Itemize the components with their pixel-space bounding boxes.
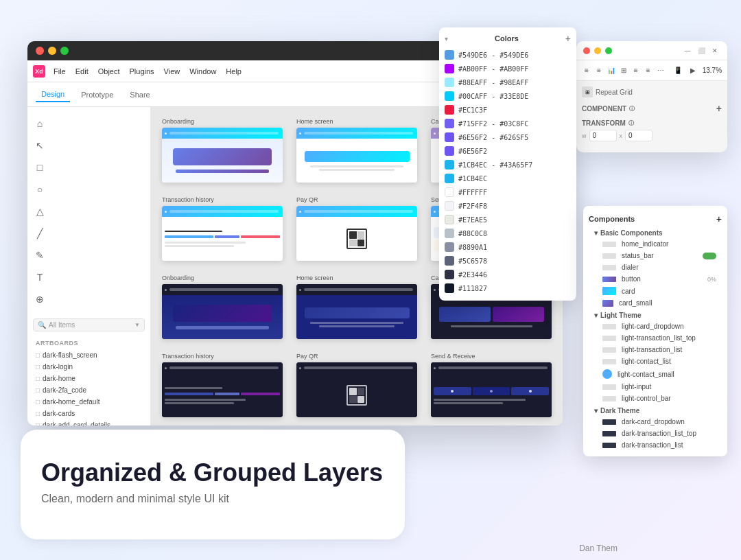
color-swatch-1[interactable] [445, 64, 454, 73]
layout-icon[interactable]: ⊞ [619, 64, 628, 78]
color-swatch-13[interactable] [445, 229, 454, 238]
cursor-icon[interactable]: ↖ [30, 136, 49, 155]
artboard-preview-8[interactable] [296, 284, 417, 339]
color-swatch-5[interactable] [445, 119, 454, 128]
color-swatch-0[interactable] [445, 50, 454, 60]
maximize-dot[interactable] [60, 47, 69, 55]
home-icon[interactable]: ⌂ [30, 114, 49, 133]
add-component-button[interactable]: + [716, 103, 722, 114]
align-left-icon[interactable]: ≡ [582, 64, 591, 78]
menu-help[interactable]: Help [222, 66, 246, 77]
line-icon[interactable]: ╱ [30, 224, 49, 243]
tab-share[interactable]: Share [124, 88, 155, 102]
artboard-preview-2[interactable] [296, 128, 417, 183]
colors-chevron-icon[interactable]: ▾ [445, 35, 448, 43]
x-input[interactable] [625, 130, 652, 141]
sidebar-item-2[interactable]: □ dark-home [27, 373, 150, 384]
close-icon[interactable]: ✕ [709, 45, 720, 56]
artboard-icon-4: □ [36, 398, 40, 406]
more-icon[interactable]: ⋯ [656, 64, 666, 78]
comp-card-small[interactable]: card_small [589, 297, 722, 309]
align-center-icon[interactable]: ≡ [594, 64, 604, 78]
right-panel-body: ⊞ Repeat Grid COMPONENT ⓘ + TRANSFORM ⓘ [576, 81, 727, 152]
color-swatch-4[interactable] [445, 105, 454, 115]
ellipse-icon[interactable]: ○ [30, 180, 49, 199]
triangle-icon[interactable]: △ [30, 202, 49, 221]
color-swatch-16[interactable] [445, 270, 454, 279]
add-component-icon[interactable]: + [716, 213, 722, 224]
comp-home-indicator[interactable]: home_indicator [589, 238, 722, 250]
menu-file[interactable]: File [49, 66, 70, 77]
comp-dark-card-dropdown[interactable]: dark-card_dropdown [589, 416, 722, 428]
color-swatch-14[interactable] [445, 242, 454, 252]
menu-view[interactable]: View [160, 66, 185, 77]
comp-dark-transaction-list-top[interactable]: dark-transaction_list_top [589, 428, 722, 439]
text-icon[interactable]: T [30, 268, 49, 287]
color-swatch-6[interactable] [445, 132, 454, 142]
play-icon[interactable]: ▶ [686, 64, 700, 78]
artboard-preview-7[interactable] [162, 284, 283, 339]
color-swatch-2[interactable] [445, 78, 454, 87]
comp-light-card-dropdown[interactable]: light-card_dropdown [589, 320, 722, 332]
status-bar-toggle[interactable] [703, 253, 716, 259]
zoom-icon[interactable]: ⊕ [30, 290, 49, 309]
artboard-preview-1[interactable] [162, 128, 283, 183]
sidebar-item-3[interactable]: □ dark-2fa_code [27, 384, 150, 396]
info-icon: ⓘ [629, 105, 635, 113]
minimize-icon[interactable]: — [682, 45, 693, 56]
color-swatch-10[interactable] [445, 187, 454, 197]
menu-object[interactable]: Object [94, 66, 124, 77]
comp-light-contact-list[interactable]: light-contact_list [589, 355, 722, 367]
color-swatch-3[interactable] [445, 91, 454, 101]
minimize-dot[interactable] [48, 47, 56, 55]
comp-dark-transaction-list[interactable]: dark-transaction_list [589, 439, 722, 451]
color-swatch-15[interactable] [445, 256, 454, 266]
rp-dot-red[interactable] [583, 47, 590, 54]
menu-window[interactable]: Window [185, 66, 220, 77]
components-panel: Components + ▾ Basic Components home_ind… [583, 206, 727, 456]
rp-dot-green[interactable] [605, 47, 612, 54]
color-swatch-8[interactable] [445, 160, 454, 170]
menu-plugins[interactable]: Plugins [126, 66, 158, 77]
color-swatch-9[interactable] [445, 174, 454, 183]
pen-icon[interactable]: ✎ [30, 246, 49, 265]
comp-dialer[interactable]: dialer [589, 261, 722, 273]
restore-icon[interactable]: ⬜ [696, 45, 707, 56]
comp-card[interactable]: card [589, 285, 722, 297]
comp-light-input[interactable]: light-input [589, 381, 722, 393]
artboard-preview-12[interactable] [431, 362, 552, 417]
artboard-preview-11[interactable] [296, 362, 417, 417]
close-dot[interactable] [36, 47, 44, 55]
color-swatch-17[interactable] [445, 283, 454, 293]
add-color-button[interactable]: + [565, 33, 571, 44]
color-swatch-11[interactable] [445, 201, 454, 211]
comp-light-transaction-list[interactable]: light-transaction_list [589, 344, 722, 355]
device-icon[interactable]: 📱 [671, 64, 685, 78]
color-swatch-7[interactable] [445, 146, 454, 156]
menu-edit[interactable]: Edit [71, 66, 93, 77]
comp-light-transaction-list-top[interactable]: light-transaction_list_top [589, 332, 722, 344]
sidebar-item-1[interactable]: □ dark-login [27, 361, 150, 373]
tab-design[interactable]: Design [36, 87, 70, 102]
artboard-preview-4[interactable] [162, 206, 283, 261]
sidebar-item-6[interactable]: □ dark-add_card_details [27, 419, 150, 425]
align-right-icon[interactable]: ≡ [631, 64, 641, 78]
dark-theme-subsection: ▾ Dark Theme [589, 404, 722, 416]
tab-prototype[interactable]: Prototype [75, 88, 119, 102]
rp-dot-yellow[interactable] [594, 47, 601, 54]
comp-light-contact-small[interactable]: light-contact_small [589, 367, 722, 381]
artboard-preview-10[interactable] [162, 362, 283, 417]
sidebar-item-4[interactable]: □ dark-home_default [27, 396, 150, 408]
chart-icon[interactable]: 📊 [607, 64, 616, 78]
color-label-17: #111827 [458, 285, 487, 292]
comp-button[interactable]: button 0% [589, 273, 722, 285]
comp-light-control-bar[interactable]: light-control_bar [589, 393, 722, 404]
rectangle-icon[interactable]: □ [30, 158, 49, 177]
comp-status-bar[interactable]: status_bar [589, 250, 722, 261]
distribute-icon[interactable]: ≡ [644, 64, 653, 78]
sidebar-item-0[interactable]: □ dark-flash_screen [27, 349, 150, 361]
sidebar-item-5[interactable]: □ dark-cards [27, 408, 150, 419]
color-swatch-12[interactable] [445, 215, 454, 224]
w-input[interactable] [589, 130, 617, 141]
artboard-preview-5[interactable] [296, 206, 417, 261]
